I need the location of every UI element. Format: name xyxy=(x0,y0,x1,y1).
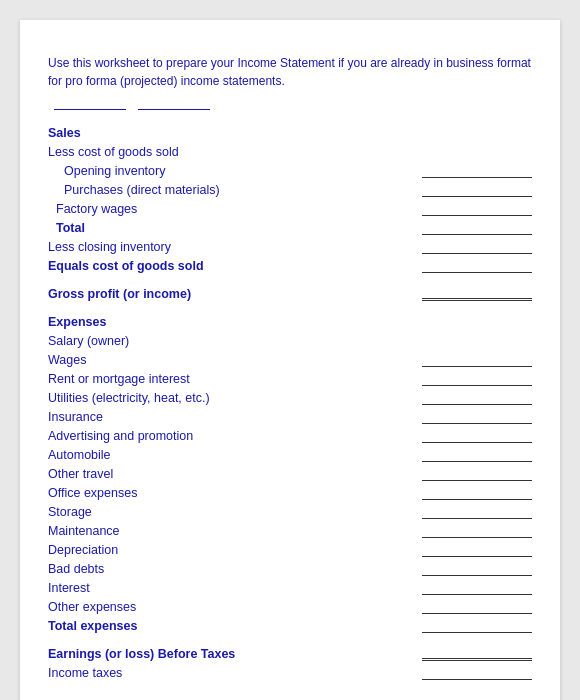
input-line[interactable] xyxy=(422,240,532,254)
table-row: Total expenses xyxy=(48,615,532,633)
row-label: Storage xyxy=(48,505,92,519)
section-expenses: ExpensesSalary (owner)WagesRent or mortg… xyxy=(48,311,532,633)
table-row: Other travel xyxy=(48,463,532,481)
row-label: Less closing inventory xyxy=(48,240,171,254)
table-row: Opening inventory xyxy=(48,160,532,178)
input-line[interactable] xyxy=(422,600,532,614)
input-line[interactable] xyxy=(422,562,532,576)
input-line[interactable] xyxy=(422,183,532,197)
input-line[interactable] xyxy=(422,259,532,273)
table-row: Insurance xyxy=(48,406,532,424)
row-label: Earnings (or loss) Before Taxes xyxy=(48,647,235,661)
row-label: Expenses xyxy=(48,315,106,329)
page: Use this worksheet to prepare your Incom… xyxy=(20,20,560,700)
row-label: Income taxes xyxy=(48,666,122,680)
row-label: Other expenses xyxy=(48,600,136,614)
row-label: Sales xyxy=(48,126,81,140)
period-to-line[interactable] xyxy=(138,109,210,110)
input-line[interactable] xyxy=(422,429,532,443)
row-label: Interest xyxy=(48,581,90,595)
table-row: Rent or mortgage interest xyxy=(48,368,532,386)
table-row: Earnings (or loss) Before Taxes xyxy=(48,643,532,661)
row-label: Total xyxy=(48,221,85,235)
row-label: Rent or mortgage interest xyxy=(48,372,190,386)
row-label: Salary (owner) xyxy=(48,334,129,348)
input-line[interactable] xyxy=(422,221,532,235)
input-line[interactable] xyxy=(422,164,532,178)
table-row: Purchases (direct materials) xyxy=(48,179,532,197)
table-row: Factory wages xyxy=(48,198,532,216)
table-row: Advertising and promotion xyxy=(48,425,532,443)
table-row: Office expenses xyxy=(48,482,532,500)
row-label: Bad debts xyxy=(48,562,104,576)
input-line[interactable] xyxy=(422,391,532,405)
row-label: Gross profit (or income) xyxy=(48,287,191,301)
input-line[interactable] xyxy=(422,666,532,680)
input-line[interactable] xyxy=(422,287,532,301)
table-row: Sales xyxy=(48,122,532,140)
table-row: Bad debts xyxy=(48,558,532,576)
input-line[interactable] xyxy=(422,619,532,633)
row-label: Factory wages xyxy=(48,202,137,216)
table-row: Expenses xyxy=(48,311,532,329)
table-row: Gross profit (or income) xyxy=(48,283,532,301)
row-label: Maintenance xyxy=(48,524,120,538)
row-label: Depreciation xyxy=(48,543,118,557)
section-gross-profit: Gross profit (or income) xyxy=(48,283,532,301)
table-row: Wages xyxy=(48,349,532,367)
table-row: Income taxes xyxy=(48,662,532,680)
section-earnings: Earnings (or loss) Before TaxesIncome ta… xyxy=(48,643,532,680)
row-label: Advertising and promotion xyxy=(48,429,193,443)
table-row: Less cost of goods sold xyxy=(48,141,532,159)
description: Use this worksheet to prepare your Incom… xyxy=(48,54,532,90)
table-row: Storage xyxy=(48,501,532,519)
table-row: Less closing inventory xyxy=(48,236,532,254)
table-row: Salary (owner) xyxy=(48,330,532,348)
row-label: Equals cost of goods sold xyxy=(48,259,204,273)
row-label: Less cost of goods sold xyxy=(48,145,179,159)
row-label: Utilities (electricity, heat, etc.) xyxy=(48,391,210,405)
input-line[interactable] xyxy=(422,353,532,367)
row-label: Office expenses xyxy=(48,486,137,500)
period-from-line[interactable] xyxy=(54,109,126,110)
section-sales: SalesLess cost of goods soldOpening inve… xyxy=(48,122,532,273)
input-line[interactable] xyxy=(422,467,532,481)
table-row: Utilities (electricity, heat, etc.) xyxy=(48,387,532,405)
input-line[interactable] xyxy=(422,202,532,216)
input-line[interactable] xyxy=(422,505,532,519)
table-row: Total xyxy=(48,217,532,235)
input-line[interactable] xyxy=(422,448,532,462)
table-row: Interest xyxy=(48,577,532,595)
form-body: SalesLess cost of goods soldOpening inve… xyxy=(48,122,532,680)
table-row: Equals cost of goods sold xyxy=(48,255,532,273)
input-line[interactable] xyxy=(422,372,532,386)
input-line[interactable] xyxy=(422,581,532,595)
row-label: Other travel xyxy=(48,467,113,481)
table-row: Maintenance xyxy=(48,520,532,538)
row-label: Insurance xyxy=(48,410,103,424)
row-label: Purchases (direct materials) xyxy=(48,183,220,197)
table-row: Other expenses xyxy=(48,596,532,614)
row-label: Total expenses xyxy=(48,619,137,633)
row-label: Opening inventory xyxy=(48,164,165,178)
table-row: Automobile xyxy=(48,444,532,462)
table-row: Depreciation xyxy=(48,539,532,557)
row-label: Wages xyxy=(48,353,86,367)
input-line[interactable] xyxy=(422,410,532,424)
input-line[interactable] xyxy=(422,524,532,538)
input-line[interactable] xyxy=(422,486,532,500)
row-label: Automobile xyxy=(48,448,111,462)
input-line[interactable] xyxy=(422,647,532,661)
input-line[interactable] xyxy=(422,543,532,557)
